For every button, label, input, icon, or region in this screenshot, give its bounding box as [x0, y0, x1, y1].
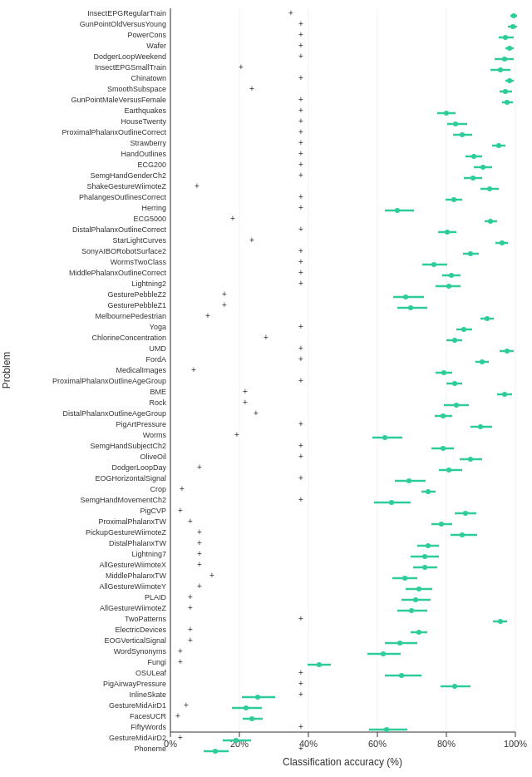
label-41: OliveOil: [140, 453, 166, 461]
x-tick-60: 60%: [368, 739, 387, 749]
svg-point-191: [397, 641, 402, 646]
svg-text:+: +: [288, 8, 293, 17]
label-40: SemgHandSubjectCh2: [90, 442, 166, 450]
label-47: ProximalPhalanxTW: [98, 517, 166, 526]
svg-point-83: [468, 251, 473, 256]
svg-text:+: +: [298, 344, 303, 353]
svg-point-29: [502, 57, 507, 62]
svg-rect-0: [0, 0, 532, 777]
svg-text:+: +: [298, 73, 303, 82]
svg-point-182: [409, 608, 414, 613]
label-10: HouseTwenty: [121, 117, 166, 126]
label-50: Lightning7: [131, 550, 166, 558]
svg-text:+: +: [298, 52, 303, 61]
svg-text:+: +: [180, 484, 185, 493]
svg-text:+: +: [298, 614, 303, 623]
svg-point-44: [444, 111, 449, 116]
svg-point-125: [454, 403, 459, 408]
svg-point-128: [441, 413, 446, 418]
svg-text:+: +: [197, 549, 202, 558]
label-57: ElectricDevices: [115, 626, 166, 634]
svg-text:+: +: [298, 225, 303, 234]
svg-text:+: +: [298, 160, 303, 169]
label-4: DodgerLoopWeekend: [94, 52, 166, 61]
svg-point-209: [244, 705, 249, 710]
svg-point-92: [446, 284, 451, 289]
label-46: PigCVP: [140, 507, 166, 515]
label-20: DistalPhalanxOutlineCorrect: [72, 225, 167, 234]
svg-text:+: +: [178, 506, 183, 515]
svg-point-26: [507, 46, 512, 51]
svg-text:+: +: [298, 690, 303, 699]
svg-text:+: +: [298, 419, 303, 428]
x-axis-label: Classification accuracy (%): [283, 756, 402, 768]
svg-text:+: +: [243, 387, 248, 396]
label-2: PowerCons: [127, 31, 166, 39]
svg-point-203: [452, 684, 457, 689]
svg-text:+: +: [234, 430, 239, 439]
label-65: FacesUCR: [130, 712, 167, 720]
svg-point-206: [255, 695, 260, 700]
label-35: BME: [150, 388, 166, 396]
label-51: AllGestureWiimoteX: [99, 561, 166, 569]
svg-text:+: +: [178, 646, 183, 656]
svg-point-149: [426, 489, 431, 494]
svg-point-59: [480, 165, 485, 170]
svg-text:+: +: [188, 625, 193, 634]
svg-point-80: [500, 240, 505, 245]
svg-text:+: +: [298, 30, 303, 39]
svg-point-176: [416, 586, 421, 591]
label-52: MiddlePhalanxTW: [106, 572, 167, 580]
svg-text:+: +: [230, 214, 235, 223]
svg-point-134: [382, 435, 387, 440]
label-8: GunPointMaleVersusFemale: [71, 96, 166, 104]
label-23: WormsTwoClass: [111, 258, 167, 266]
svg-point-74: [488, 219, 493, 224]
svg-text:+: +: [298, 722, 303, 731]
svg-text:+: +: [298, 127, 303, 136]
label-33: MedicalImages: [116, 366, 166, 374]
svg-text:+: +: [178, 657, 183, 666]
svg-point-215: [384, 727, 389, 732]
svg-text:+: +: [298, 322, 303, 331]
label-21: StarLightCurves: [112, 236, 166, 245]
label-34: ProximalPhalanxOutlineAgeGroup: [52, 377, 166, 385]
svg-point-98: [408, 305, 413, 310]
label-19: ECG5000: [133, 215, 166, 223]
label-25: Lightning2: [131, 280, 166, 288]
label-48: PickupGestureWiimoteZ: [86, 528, 167, 537]
label-9: Earthquakes: [124, 106, 166, 115]
svg-point-185: [498, 619, 503, 624]
svg-text:+: +: [197, 582, 202, 591]
svg-text:+: +: [298, 744, 303, 753]
svg-point-77: [445, 230, 450, 235]
label-6: Chinatown: [131, 74, 166, 82]
label-45: SemgHandMovementCh2: [80, 496, 166, 504]
label-44: Crop: [150, 485, 166, 493]
svg-point-158: [439, 522, 444, 527]
svg-text:+: +: [298, 668, 303, 677]
svg-point-212: [249, 716, 254, 721]
svg-point-95: [403, 294, 408, 299]
label-24: MiddlePhalanxOutlineCorrect: [69, 269, 167, 277]
label-18: Herring: [141, 204, 166, 212]
svg-point-41: [505, 100, 510, 105]
svg-point-197: [317, 662, 322, 667]
label-55: AllGestureWiimoteZ: [100, 604, 167, 612]
svg-text:+: +: [209, 571, 214, 580]
label-31: UMD: [150, 344, 167, 353]
svg-text:+: +: [249, 235, 254, 245]
svg-text:+: +: [249, 84, 254, 93]
svg-text:+: +: [298, 452, 303, 461]
svg-text:+: +: [264, 333, 268, 342]
label-56: TwoPatterns: [125, 615, 167, 623]
label-0: InsectEPGRegularTrain: [87, 9, 166, 17]
svg-text:+: +: [298, 376, 303, 385]
svg-text:+: +: [298, 203, 303, 212]
svg-text:+: +: [298, 41, 303, 50]
label-60: Fungi: [147, 658, 166, 666]
label-53: AllGestureWiimoteY: [99, 582, 166, 591]
svg-text:+: +: [298, 138, 303, 147]
svg-point-179: [413, 597, 418, 602]
svg-point-110: [505, 349, 510, 354]
